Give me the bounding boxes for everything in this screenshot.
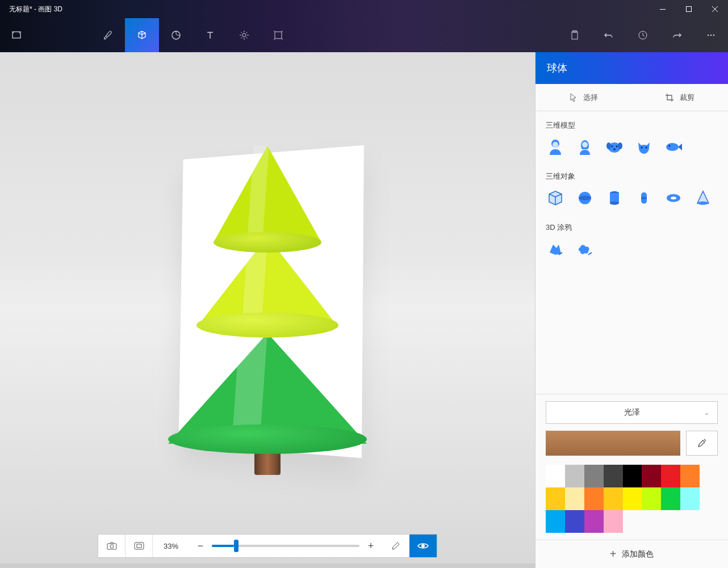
model-dog-button[interactable] bbox=[605, 137, 624, 157]
add-color-button[interactable]: + 添加颜色 bbox=[535, 540, 728, 568]
crop-icon bbox=[665, 93, 674, 102]
more-button[interactable] bbox=[694, 18, 728, 52]
color-swatch[interactable] bbox=[680, 465, 700, 487]
color-swatch[interactable] bbox=[565, 510, 584, 533]
model-fish-button[interactable] bbox=[664, 137, 683, 157]
main-toolbar bbox=[0, 18, 728, 52]
zoom-out-button[interactable]: − bbox=[189, 540, 212, 552]
section-3d-doodle-title: 3D 涂鸦 bbox=[535, 213, 728, 237]
svg-point-24 bbox=[616, 146, 618, 148]
history-button[interactable] bbox=[626, 18, 660, 52]
objects-grid bbox=[535, 186, 728, 213]
svg-point-31 bbox=[579, 196, 591, 200]
svg-point-22 bbox=[618, 142, 622, 149]
undo-button[interactable] bbox=[592, 18, 626, 52]
svg-point-13 bbox=[110, 545, 114, 548]
svg-point-36 bbox=[641, 197, 647, 199]
color-swatch[interactable] bbox=[565, 487, 584, 510]
color-swatch[interactable] bbox=[584, 510, 604, 533]
color-swatch[interactable] bbox=[661, 487, 680, 510]
color-swatch[interactable] bbox=[565, 465, 584, 487]
zoom-slider[interactable] bbox=[212, 535, 359, 557]
canvas-tool[interactable] bbox=[261, 18, 295, 52]
redo-button[interactable] bbox=[660, 18, 694, 52]
svg-rect-14 bbox=[135, 542, 144, 549]
color-swatch[interactable] bbox=[546, 510, 565, 533]
zoom-in-button[interactable]: + bbox=[359, 540, 382, 552]
screenshot-button[interactable] bbox=[98, 535, 125, 557]
canvas-area[interactable]: 33% − + bbox=[0, 52, 535, 568]
svg-point-9 bbox=[708, 35, 709, 36]
object-cube-button[interactable] bbox=[546, 188, 565, 208]
color-swatch[interactable] bbox=[584, 487, 604, 510]
material-dropdown[interactable]: 光泽 ⌄ bbox=[546, 401, 718, 424]
close-button[interactable] bbox=[702, 0, 728, 18]
object-capsule-button[interactable] bbox=[634, 188, 654, 208]
model-man-button[interactable] bbox=[546, 137, 565, 157]
svg-point-27 bbox=[646, 147, 647, 149]
cone-top bbox=[214, 146, 321, 242]
crop-button[interactable]: 裁剪 bbox=[632, 84, 729, 111]
color-swatch[interactable] bbox=[623, 465, 642, 487]
object-sphere-button[interactable] bbox=[575, 188, 595, 208]
svg-point-11 bbox=[713, 35, 715, 36]
section-3d-models-title: 三维模型 bbox=[535, 111, 728, 135]
paste-button[interactable] bbox=[558, 18, 592, 52]
color-palette bbox=[546, 465, 718, 533]
svg-point-19 bbox=[582, 142, 588, 148]
svg-point-16 bbox=[421, 544, 425, 548]
shapes-3d-tool[interactable] bbox=[125, 18, 159, 52]
workspace: 33% − + 球体 选择 裁剪 三维模型 bbox=[0, 52, 728, 568]
color-swatch[interactable] bbox=[604, 510, 623, 533]
panel-title: 球体 bbox=[535, 52, 728, 84]
object-cone-button[interactable] bbox=[693, 188, 713, 208]
horizontal-scrollbar[interactable] bbox=[0, 563, 535, 568]
svg-point-28 bbox=[666, 143, 679, 151]
doodle-sharp-button[interactable] bbox=[546, 239, 565, 259]
minimize-button[interactable] bbox=[650, 0, 676, 18]
svg-rect-15 bbox=[137, 544, 141, 548]
object-torus-button[interactable] bbox=[664, 188, 683, 208]
maximize-button[interactable] bbox=[676, 0, 702, 18]
svg-rect-6 bbox=[572, 32, 578, 39]
color-swatch[interactable] bbox=[680, 487, 700, 510]
plus-icon: + bbox=[610, 548, 617, 561]
color-swatch[interactable] bbox=[623, 487, 642, 510]
color-swatch[interactable] bbox=[546, 487, 565, 510]
view-mode-button[interactable] bbox=[409, 535, 437, 557]
svg-point-4 bbox=[242, 33, 246, 37]
select-button[interactable]: 选择 bbox=[535, 84, 632, 111]
object-cylinder-button[interactable] bbox=[605, 188, 624, 208]
brushes-tool[interactable] bbox=[91, 18, 125, 52]
color-swatch[interactable] bbox=[604, 487, 623, 510]
color-swatch[interactable] bbox=[661, 465, 680, 487]
edit-mode-button[interactable] bbox=[382, 535, 409, 557]
color-swatch[interactable] bbox=[604, 465, 623, 487]
window-controls bbox=[650, 0, 728, 18]
doodle-soft-button[interactable] bbox=[575, 239, 595, 259]
side-panel: 球体 选择 裁剪 三维模型 三维对象 bbox=[535, 52, 728, 568]
svg-point-10 bbox=[710, 35, 712, 36]
color-swatch[interactable] bbox=[546, 465, 565, 487]
color-swatch[interactable] bbox=[642, 487, 661, 510]
view-3d-button[interactable] bbox=[125, 535, 153, 557]
svg-rect-0 bbox=[660, 9, 666, 10]
current-color-swatch[interactable] bbox=[546, 431, 680, 456]
color-swatch[interactable] bbox=[584, 465, 604, 487]
svg-point-38 bbox=[671, 197, 676, 200]
svg-point-29 bbox=[669, 145, 671, 147]
stickers-tool[interactable] bbox=[159, 18, 193, 52]
svg-point-21 bbox=[606, 142, 611, 149]
color-swatch[interactable] bbox=[642, 465, 661, 487]
text-tool[interactable] bbox=[193, 18, 227, 52]
model-cat-button[interactable] bbox=[634, 137, 654, 157]
eyedropper-button[interactable] bbox=[686, 431, 718, 456]
menu-expand-button[interactable] bbox=[0, 18, 34, 52]
svg-point-39 bbox=[697, 201, 709, 205]
effects-tool[interactable] bbox=[227, 18, 261, 52]
title-bar: 无标题* - 画图 3D bbox=[0, 0, 728, 18]
selection-toolbar: 选择 裁剪 bbox=[535, 84, 728, 111]
window-title: 无标题* - 画图 3D bbox=[9, 5, 650, 14]
model-woman-button[interactable] bbox=[575, 137, 595, 157]
doodle-grid bbox=[535, 237, 728, 264]
